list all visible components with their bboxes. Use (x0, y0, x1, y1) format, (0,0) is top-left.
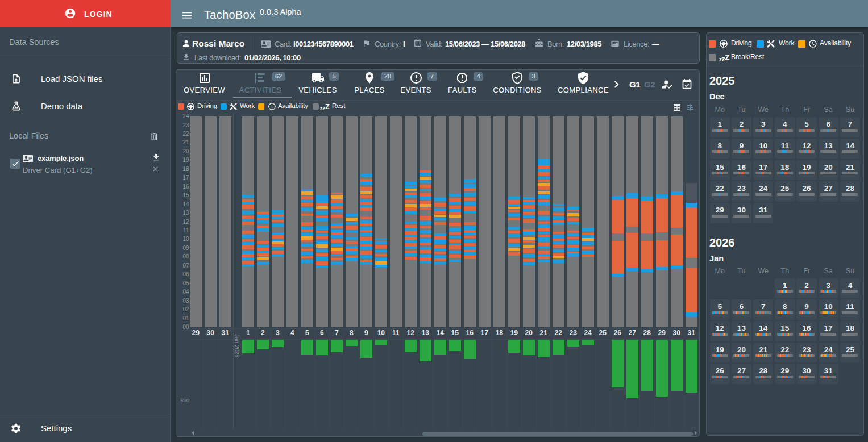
svg-text:01: 01 (182, 315, 189, 322)
svg-text:14: 14 (182, 201, 189, 207)
svg-text:29: 29 (658, 329, 666, 337)
svg-text:24: 24 (584, 329, 592, 337)
svg-text:05: 05 (182, 280, 189, 286)
svg-text:31: 31 (688, 329, 696, 337)
svg-text:15: 15 (182, 192, 189, 198)
svg-text:21: 21 (540, 329, 548, 337)
svg-text:18: 18 (182, 166, 189, 172)
svg-text:30: 30 (673, 329, 681, 337)
svg-text:500: 500 (180, 397, 189, 403)
svg-text:07: 07 (182, 262, 189, 269)
svg-text:19: 19 (182, 157, 189, 163)
svg-text:08: 08 (182, 253, 189, 260)
svg-text:00: 00 (182, 324, 189, 330)
svg-text:1: 1 (246, 329, 250, 337)
svg-text:23: 23 (182, 122, 189, 128)
svg-text:11: 11 (183, 227, 189, 233)
svg-text:17: 17 (182, 174, 189, 181)
svg-text:23: 23 (570, 329, 578, 337)
svg-text:03: 03 (182, 298, 189, 304)
svg-text:10: 10 (182, 236, 189, 242)
svg-text:25: 25 (599, 329, 607, 337)
svg-text:2: 2 (261, 329, 265, 337)
svg-text:29: 29 (192, 329, 200, 337)
svg-text:28: 28 (643, 329, 651, 337)
svg-text:11: 11 (392, 329, 400, 337)
svg-text:04: 04 (182, 289, 189, 295)
svg-text:16: 16 (466, 329, 474, 337)
svg-text:20: 20 (182, 148, 189, 155)
svg-text:12: 12 (407, 329, 415, 337)
svg-text:09: 09 (182, 245, 189, 251)
svg-text:18: 18 (496, 329, 504, 337)
svg-text:4: 4 (290, 329, 294, 337)
svg-text:5: 5 (305, 329, 309, 337)
svg-text:13: 13 (422, 329, 430, 337)
svg-text:30: 30 (207, 329, 215, 337)
svg-text:10: 10 (377, 329, 385, 337)
svg-text:17: 17 (481, 329, 489, 337)
svg-text:24: 24 (182, 113, 189, 119)
svg-text:6: 6 (320, 329, 324, 337)
svg-text:3: 3 (276, 329, 280, 337)
svg-text:19: 19 (510, 329, 518, 337)
svg-text:16: 16 (182, 184, 189, 190)
svg-text:7: 7 (335, 329, 339, 337)
svg-text:12: 12 (182, 219, 189, 225)
svg-text:26: 26 (614, 329, 622, 337)
svg-text:22: 22 (555, 329, 563, 337)
svg-text:31: 31 (222, 329, 230, 337)
svg-text:27: 27 (629, 329, 637, 337)
svg-text:21: 21 (182, 139, 189, 145)
svg-text:9: 9 (364, 329, 368, 337)
svg-text:14: 14 (437, 329, 445, 337)
svg-text:06: 06 (182, 271, 189, 277)
svg-text:13: 13 (182, 210, 189, 216)
svg-text:20: 20 (525, 329, 533, 337)
svg-text:Jan 2026: Jan 2026 (234, 334, 240, 358)
svg-text:02: 02 (182, 306, 189, 312)
svg-text:22: 22 (182, 131, 189, 137)
svg-text:8: 8 (350, 329, 354, 337)
svg-text:15: 15 (451, 329, 459, 337)
